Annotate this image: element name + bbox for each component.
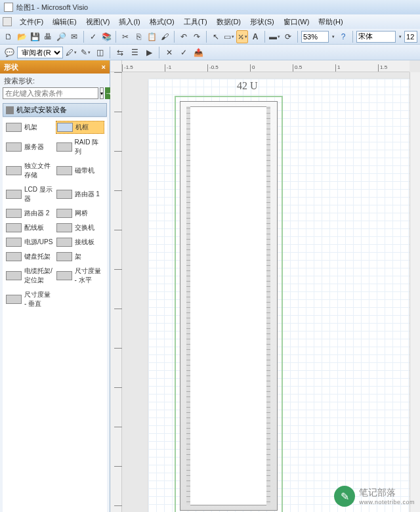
shapes-dropdown[interactable]: ▭▾ xyxy=(223,30,235,43)
show-button[interactable]: ☰ xyxy=(128,46,141,59)
shape-item[interactable]: 机架 xyxy=(5,121,54,134)
pointer-button[interactable]: ↖ xyxy=(210,30,222,43)
drawing-page[interactable]: 42 U xyxy=(148,79,410,512)
shape-thumbnail-icon xyxy=(6,295,22,304)
fontsize-select[interactable] xyxy=(404,31,417,43)
shape-item[interactable]: 尺寸度量 - 水平 xyxy=(56,265,105,286)
shape-item[interactable]: 服务器 xyxy=(5,137,54,158)
rotate-button[interactable]: ⟳ xyxy=(282,30,294,43)
shape-item[interactable]: 独立文件存储 xyxy=(5,160,54,181)
watermark-icon: ✎ xyxy=(334,486,355,507)
ruler-tick xyxy=(114,230,122,230)
text-button[interactable]: A xyxy=(249,30,261,43)
open-button[interactable]: 📂 xyxy=(16,30,28,43)
shapes-grid: 机架机框服务器RAID 阵列独立文件存储磁带机LCD 显示器路由器 1路由器 2… xyxy=(3,118,107,512)
track-button[interactable]: ⇆ xyxy=(114,46,127,59)
shape-item-label: 路由器 2 xyxy=(24,209,49,218)
paste-button[interactable]: 📋 xyxy=(146,30,158,43)
rack-size-label: 42 U xyxy=(237,80,258,92)
vertical-scrollbar[interactable] xyxy=(410,72,420,512)
menu-format[interactable]: 格式(O) xyxy=(146,16,178,28)
shape-item[interactable]: 配线板 xyxy=(5,222,54,234)
shape-item[interactable]: 交换机 xyxy=(56,222,105,234)
cut-button[interactable]: ✂ xyxy=(119,30,131,43)
shape-item[interactable]: 接线板 xyxy=(56,236,105,248)
shape-item[interactable]: LCD 显示器 xyxy=(5,184,54,205)
font-select[interactable] xyxy=(356,31,396,43)
shape-item-label: 机框 xyxy=(75,123,89,132)
shape-item-label: 电源/UPS xyxy=(24,238,52,247)
menu-insert[interactable]: 插入(I) xyxy=(115,16,144,28)
shape-item-label: 接线板 xyxy=(75,238,94,247)
reviewer-select[interactable]: 审阅者(R) xyxy=(17,47,63,58)
email-button[interactable]: ✉ xyxy=(68,30,80,43)
vertical-ruler xyxy=(110,72,122,512)
copy-button[interactable]: ⎘ xyxy=(133,30,144,43)
shape-item[interactable]: 键盘托架 xyxy=(5,251,54,263)
menu-edit[interactable]: 编辑(E) xyxy=(49,16,81,28)
help-button[interactable]: ? xyxy=(337,30,349,43)
preview-button[interactable]: 🔎 xyxy=(55,30,67,43)
shape-item[interactable]: 机框 xyxy=(56,121,105,134)
shape-item[interactable]: 网桥 xyxy=(56,207,105,219)
canvas-viewport[interactable]: 42 U xyxy=(122,72,410,512)
separator xyxy=(116,31,116,43)
menu-window[interactable]: 窗口(W) xyxy=(280,16,314,28)
title-bar: 绘图1 - Microsoft Visio xyxy=(0,0,420,14)
shape-thumbnail-icon xyxy=(6,238,22,247)
close-icon[interactable]: × xyxy=(102,63,106,71)
shape-item[interactable]: RAID 阵列 xyxy=(56,137,105,158)
shapes-panel-header: 形状 × xyxy=(0,60,110,74)
connector-dropdown[interactable]: ⤰▾ xyxy=(236,30,248,43)
shape-item-label: 键盘托架 xyxy=(24,252,51,261)
shape-item[interactable]: 路由器 2 xyxy=(5,207,54,219)
shape-item[interactable]: 电源/UPS xyxy=(5,236,54,248)
shape-thumbnail-icon xyxy=(56,223,72,232)
shape-thumbnail-icon xyxy=(6,142,22,152)
pen-button[interactable]: ✎▾ xyxy=(79,46,92,59)
accept-button[interactable]: ✓ xyxy=(177,46,190,59)
comment-button[interactable]: 💬 xyxy=(3,46,16,59)
ruler-corner xyxy=(110,60,122,72)
font-dropdown[interactable]: ▾ xyxy=(397,30,403,43)
zoom-input[interactable] xyxy=(301,31,329,43)
shape-thumbnail-icon xyxy=(56,252,72,261)
save-button[interactable]: 💾 xyxy=(29,30,41,43)
send-button[interactable]: 📤 xyxy=(192,46,205,59)
separator xyxy=(159,47,159,58)
menu-help[interactable]: 帮助(H) xyxy=(314,16,346,28)
format-painter-button[interactable]: 🖌 xyxy=(159,30,171,43)
print-button[interactable]: 🖶 xyxy=(42,30,54,43)
search-dropdown[interactable]: ▾ xyxy=(100,87,104,99)
eraser-button[interactable]: ◫ xyxy=(93,46,106,59)
shape-item[interactable]: 架 xyxy=(56,251,105,263)
next-button[interactable]: ▶ xyxy=(142,46,156,59)
new-button[interactable]: 🗋 xyxy=(3,30,14,43)
zoom-dropdown[interactable]: ▾ xyxy=(330,30,336,43)
rack-inner-shape[interactable] xyxy=(186,106,270,505)
shape-item[interactable]: 电缆托架/定位架 xyxy=(5,265,54,286)
menu-file[interactable]: 文件(F) xyxy=(16,16,47,28)
shape-item[interactable]: 路由器 1 xyxy=(56,184,105,205)
research-button[interactable]: 📚 xyxy=(100,30,112,43)
search-input[interactable] xyxy=(3,87,98,99)
separator xyxy=(206,31,207,43)
menu-view[interactable]: 视图(V) xyxy=(82,16,114,28)
separator xyxy=(110,47,110,58)
shape-item[interactable]: 磁带机 xyxy=(56,160,105,181)
app-icon[interactable] xyxy=(3,17,12,26)
ink-button[interactable]: 🖊▾ xyxy=(64,46,77,59)
fill-dropdown[interactable]: ▬▾ xyxy=(268,30,281,43)
ruler-tick: 0.5 xyxy=(293,64,302,72)
menu-shapes[interactable]: 形状(S) xyxy=(246,16,278,28)
undo-button[interactable]: ↶ xyxy=(178,30,190,43)
spellcheck-button[interactable]: ✓ xyxy=(87,30,99,43)
reject-button[interactable]: ✕ xyxy=(163,46,176,59)
shape-item-label: RAID 阵列 xyxy=(75,138,104,156)
shape-item-label: 电缆托架/定位架 xyxy=(24,267,54,285)
redo-button[interactable]: ↷ xyxy=(191,30,203,43)
menu-data[interactable]: 数据(D) xyxy=(213,16,245,28)
menu-tools[interactable]: 工具(T) xyxy=(180,16,211,28)
shapes-category-header[interactable]: 机架式安装设备 xyxy=(3,103,107,117)
shape-item[interactable]: 尺寸度量 - 垂直 xyxy=(5,289,54,310)
